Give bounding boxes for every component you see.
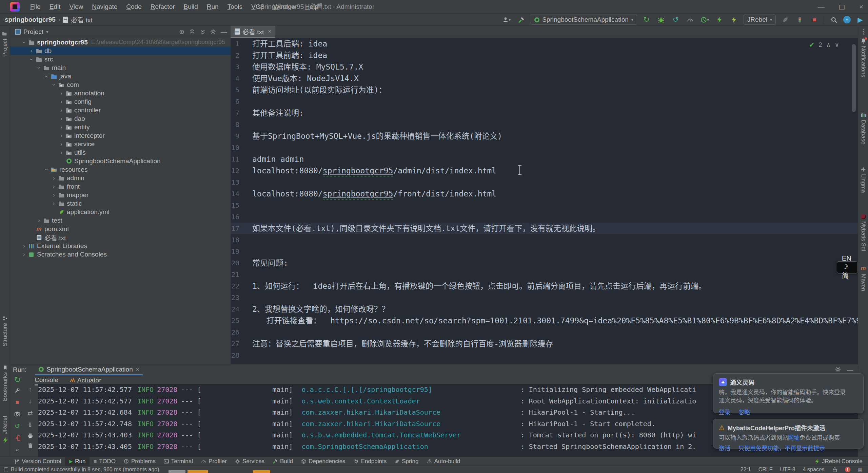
status-message[interactable]: Build completed successfully in 8 sec, 9… (4, 467, 159, 473)
login-link[interactable]: 登录 (719, 408, 730, 416)
minimize-button[interactable]: — (817, 3, 824, 11)
rerun-button[interactable]: ↻ (14, 375, 21, 384)
breadcrumb-project[interactable]: springbootgcr95 (5, 16, 56, 23)
tree-row-dao[interactable]: ›dao (10, 114, 231, 123)
coverage-button[interactable]: ↺ (671, 15, 681, 24)
stop-button[interactable]: ■ (16, 399, 19, 406)
indent-setting[interactable]: 4 spaces (803, 467, 825, 473)
menu-run[interactable]: Run (202, 0, 223, 14)
tree-row-mapper[interactable]: ›mapper (10, 191, 231, 199)
file-encoding[interactable]: UTF-8 (780, 467, 795, 473)
hide-panel-button[interactable]: — (221, 28, 227, 36)
tree-row-controller[interactable]: ›controller (10, 106, 231, 114)
tool-button-run[interactable]: ▶Run (65, 457, 90, 466)
tool-button-build[interactable]: Build (269, 457, 297, 466)
error-indicator-icon[interactable]: ! (845, 467, 850, 472)
menu-view[interactable]: View (65, 0, 87, 14)
tree-row-main[interactable]: ›main (10, 63, 231, 72)
gear-icon[interactable] (210, 29, 216, 35)
locate-file-button[interactable]: ⊕ (179, 28, 184, 36)
ignore-link[interactable]: 忽略 (738, 408, 750, 416)
debug-button[interactable] (656, 15, 666, 24)
soft-wrap-icon[interactable]: ⇄ (27, 409, 33, 417)
tree-row-test[interactable]: ›test (10, 216, 231, 225)
activate-link[interactable]: 激活 (719, 443, 730, 452)
tree-row-external-libraries[interactable]: ›External Libraries (10, 242, 231, 250)
tree-row-utils[interactable]: ›utils (10, 148, 231, 157)
run-configuration-select[interactable]: SpringbootSchemaApplication ▾ (531, 15, 637, 25)
next-problem-icon[interactable]: ∨ (835, 41, 839, 49)
prev-problem-icon[interactable]: ∧ (826, 41, 831, 49)
chevron-down-icon[interactable]: ▾ (46, 30, 48, 34)
tool-button-todo[interactable]: ≡TODO (90, 457, 120, 466)
menu-tools[interactable]: Tools (223, 0, 247, 14)
menu-navigate[interactable]: Navigate (87, 0, 122, 14)
notifications-grid-icon[interactable]: ▦ (858, 467, 863, 473)
tree-row-service[interactable]: ›service (10, 140, 231, 148)
breadcrumb-file[interactable]: 必看.txt (71, 15, 92, 24)
tree-row-bikan-txt[interactable]: ›必看.txt (10, 233, 231, 242)
tree-row-root[interactable]: › springbootgcr95E:\releaseComp\24-10\8\… (10, 38, 231, 46)
down-stack-trace-icon[interactable]: ↓ (28, 398, 32, 405)
jrebel-debug-button[interactable] (729, 15, 739, 24)
tool-button-auto-build[interactable]: ⚠Auto-build (422, 457, 464, 466)
clear-all-trash-icon[interactable] (27, 443, 33, 449)
run-button[interactable]: ↻ (642, 15, 652, 24)
restart-icon[interactable]: ↺ (15, 422, 20, 430)
tool-button-services[interactable]: Services (231, 457, 269, 466)
expand-all-button[interactable] (189, 29, 195, 35)
line-separator[interactable]: CRLF (758, 467, 773, 473)
tool-button-terminal[interactable]: Terminal (160, 457, 197, 466)
print-icon[interactable] (27, 433, 33, 439)
traffic-light-icon[interactable] (795, 15, 805, 24)
tool-button-maven[interactable]: m Maven (858, 265, 868, 291)
menu-code[interactable]: Code (122, 0, 146, 14)
menu-refactor[interactable]: Refactor (146, 0, 179, 14)
jrebel-select[interactable]: JRebel ▾ (744, 15, 776, 25)
tree-row-entity[interactable]: ›entity (10, 123, 231, 131)
stop-button[interactable]: ■ (809, 15, 820, 24)
close-icon[interactable]: × (136, 366, 139, 373)
tree-row-annotation[interactable]: ›annotation (10, 89, 231, 97)
tool-button-version-control[interactable]: Version Control (10, 457, 65, 466)
tool-button-jrebel-console[interactable]: JRebel Console (815, 458, 863, 465)
tree-row-com[interactable]: ›com (10, 80, 231, 89)
tree-row-application-class[interactable]: ›SpringbootSchemaApplication (10, 157, 231, 165)
tool-button-dependencies[interactable]: Dependencies (297, 457, 350, 466)
menu-build[interactable]: Build (179, 0, 202, 14)
caret-position[interactable]: 22:1 (741, 467, 751, 473)
tree-row-resources[interactable]: ›resources (10, 165, 231, 174)
tool-button-mybatis-sql[interactable]: Mybatis Sql (858, 214, 868, 251)
tree-row-config[interactable]: ›config (10, 97, 231, 106)
tree-row-admin[interactable]: ›admin (10, 174, 231, 182)
up-stack-trace-icon[interactable]: ↑ (28, 386, 32, 394)
profiler-button[interactable] (685, 15, 695, 24)
jrebel-run-button[interactable] (714, 15, 725, 24)
tool-button-structure[interactable]: Structure (0, 316, 10, 346)
tool-button-bookmarks[interactable]: Bookmarks (0, 365, 10, 401)
close-icon[interactable]: × (268, 28, 271, 35)
project-panel-title[interactable]: Project (23, 28, 43, 36)
tree-row-src[interactable]: ›src (10, 55, 231, 63)
tool-button-profiler[interactable]: Profiler (197, 457, 231, 466)
collapse-all-button[interactable] (200, 29, 205, 35)
more-icons-chevron[interactable]: » (16, 446, 19, 453)
tab-bikan-txt[interactable]: 必看.txt × (231, 26, 275, 38)
tree-row-java[interactable]: ›java (10, 72, 231, 80)
maximize-button[interactable]: ▢ (839, 3, 845, 11)
tree-row-application-yml[interactable]: ›application.yml (10, 208, 231, 216)
more-options-icon[interactable]: ⋮ (861, 28, 867, 36)
exit-icon[interactable] (14, 435, 20, 441)
search-everywhere-button[interactable] (829, 15, 839, 24)
tree-row-static[interactable]: ›static (10, 199, 231, 208)
website-link[interactable]: 网址 (788, 435, 800, 441)
tool-button-lingma[interactable]: Lingma (858, 167, 868, 193)
scroll-to-end-icon[interactable]: ⇓ (27, 421, 33, 429)
run-tab-springboot-application[interactable]: SpringbootSchemaApplication × (35, 364, 143, 375)
user-profile-button[interactable]: ▾ (501, 15, 512, 24)
tree-row-front[interactable]: ›front (10, 182, 231, 191)
tool-button-notifications[interactable]: Notifications (858, 38, 868, 77)
menu-file[interactable]: File (26, 0, 45, 14)
tool-button-problems[interactable]: Problems (120, 457, 160, 466)
rocket-icon[interactable] (780, 15, 790, 24)
